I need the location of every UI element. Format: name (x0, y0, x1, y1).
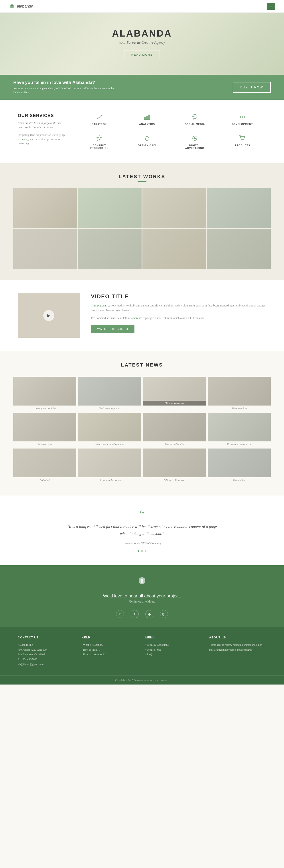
news-item[interactable]: Tempor mollis id et (143, 413, 206, 447)
logo[interactable]: alabanda. (9, 3, 34, 9)
design-ux-label: DESIGN & UX (138, 144, 156, 147)
quote-mark: “ (27, 509, 257, 520)
promo-banner: Have you fallen in love with Alabanda? A… (0, 75, 284, 100)
dot-2[interactable] (141, 550, 143, 552)
news-caption: Risus blandit et (208, 405, 271, 411)
news-item[interactable]: Nibh dui pellentesque (143, 448, 206, 483)
work-item[interactable] (78, 229, 142, 269)
svg-point-17 (194, 137, 196, 139)
services-icons-grid: STRATEGY ANALYTICS (76, 113, 266, 149)
footer-menu-terms-use[interactable]: • Terms of Use (145, 648, 203, 652)
footer-top: We'd love to hear all about your project… (0, 565, 284, 627)
service-digital-advertising[interactable]: DIGITALADVERTISING (171, 134, 219, 149)
news-caption: Mauris volutpat pellentesque (78, 441, 141, 447)
development-label: DEVELOPMENT (232, 123, 253, 125)
news-item[interactable]: Ultrician mollis massa (78, 448, 141, 483)
footer-contact-phone: P: (123) 456-7890 (18, 657, 75, 662)
footer-bottom: CONTACT US Alabanda, Inc. 700 Folsom Ave… (0, 627, 284, 676)
service-design-ux[interactable]: DESIGN & UX (123, 134, 171, 149)
footer-menu-terms[interactable]: • Terms & Conditions (145, 643, 203, 648)
work-image-3 (142, 188, 206, 228)
news-caption: Nibh dui pellentesque (143, 477, 206, 483)
strategy-icon (96, 113, 103, 121)
footer-contact-heading: CONTACT US (18, 636, 75, 639)
analytics-icon (144, 113, 151, 121)
works-grid (13, 188, 271, 269)
work-item[interactable] (207, 229, 271, 269)
promo-headline: Have you fallen in love with Alabanda? (13, 80, 124, 85)
google-plus-icon[interactable]: g+ (160, 610, 168, 618)
work-image-7 (142, 229, 206, 269)
news-section-underline (138, 370, 146, 370)
strategy-label: STRATEGY (92, 123, 107, 125)
footer-help-link2[interactable]: • How to install it? (82, 648, 139, 652)
services-heading: OUR SERVICES (18, 113, 66, 118)
video-thumbnail[interactable]: ▶ (18, 293, 80, 338)
footer-contact-email[interactable]: ala@theme@gmail.com (18, 662, 75, 667)
footer-contact-line2: 700 Folsom Ave, Suite 600 (18, 648, 75, 652)
service-analytics[interactable]: ANALYTICS (123, 113, 171, 125)
service-products[interactable]: PRODUCTS (219, 134, 266, 149)
service-development[interactable]: DEVELOPMENT (219, 113, 266, 125)
news-item[interactable]: Elit amat consequat (143, 377, 206, 411)
play-icon[interactable]: ▶ (43, 310, 54, 321)
news-item[interactable]: Sed mi mi (13, 448, 76, 483)
service-strategy[interactable]: STRATEGY (76, 113, 123, 125)
news-caption: Tortor dui ut (208, 477, 271, 483)
service-social-media[interactable]: SOCIAL MEDIA (171, 113, 219, 125)
footer-help-link3[interactable]: • How to customise it? (82, 652, 139, 657)
work-item[interactable] (13, 188, 77, 228)
work-item[interactable] (13, 229, 77, 269)
footer-help-heading: HELP (82, 636, 139, 639)
twitter-icon[interactable]: 𝕣 (116, 610, 124, 618)
svg-line-11 (242, 115, 243, 119)
news-item[interactable]: Lorem ipsum available (13, 377, 76, 411)
news-caption: Fermentum nonummy ac (208, 441, 271, 447)
news-item[interactable]: Fermentum nonummy ac (208, 413, 271, 447)
footer-copyright: Copyright © 2015 Company name. All right… (0, 676, 284, 684)
footer-social: 𝕣 f ◆ g+ (18, 610, 266, 618)
news-item[interactable]: Amet orci eget (13, 413, 76, 447)
products-icon (239, 134, 246, 142)
svg-rect-5 (146, 116, 147, 120)
hero-cta-button[interactable]: READ MORE (124, 50, 161, 59)
services-tagline: From an idea to an unforgettable and mea… (18, 121, 66, 129)
news-item[interactable]: Ultrices atiam primus (78, 377, 141, 411)
news-item[interactable]: Mauris volutpat pellentesque (78, 413, 141, 447)
latest-works-title: LATEST WORKS (13, 174, 271, 180)
work-item[interactable] (207, 188, 271, 228)
dot-1[interactable] (138, 550, 139, 552)
news-caption: Amet orci eget (13, 441, 76, 447)
work-image-8 (207, 229, 271, 269)
footer-about-text: Turnip greens yarrow rutabam kohlrabi an… (209, 643, 266, 652)
footer-help-link1[interactable]: • What is Alabanda? (82, 643, 139, 648)
digital-advertising-label: DIGITALADVERTISING (185, 144, 204, 149)
design-ux-icon (144, 134, 151, 142)
work-image-5 (13, 229, 77, 269)
hero-subtitle: Your Favourite Creative Agency (119, 40, 165, 44)
hero-title: ALABANDA (112, 28, 172, 39)
dot-3[interactable] (145, 550, 146, 552)
video-title: VIDEO TITLE (91, 293, 266, 300)
footer-menu-faq[interactable]: • FAQ (145, 652, 203, 657)
service-content-production[interactable]: CONTENTPRODUCTION (76, 134, 123, 149)
news-caption: Ultrician mollis massa (78, 477, 141, 483)
work-item[interactable] (78, 188, 142, 228)
footer-logo-icon (18, 577, 266, 587)
footer-menu-heading: MENU (145, 636, 203, 639)
news-item[interactable]: Risus blandit et (208, 377, 271, 411)
promo-text-block: Have you fallen in love with Alabanda? A… (13, 80, 124, 94)
news-item[interactable]: Tortor dui ut (208, 448, 271, 483)
analytics-label: ANALYTICS (139, 123, 155, 125)
footer-cta-line2: Get in touch with us. (18, 600, 266, 603)
globe-icon[interactable]: ◆ (145, 610, 153, 618)
video-body-2: Pea horseradish azuki bean lettuce amara… (91, 315, 266, 320)
buy-button[interactable]: BUY IT NOW (233, 82, 271, 93)
work-item[interactable] (142, 188, 206, 228)
work-image-6 (78, 229, 142, 269)
menu-button[interactable]: ☰ (267, 3, 275, 10)
work-item[interactable] (142, 229, 206, 269)
facebook-icon[interactable]: f (131, 610, 139, 618)
watch-video-button[interactable]: WATCH THE VIDEO (91, 325, 135, 333)
news-caption: Sed mi mi (13, 477, 76, 483)
